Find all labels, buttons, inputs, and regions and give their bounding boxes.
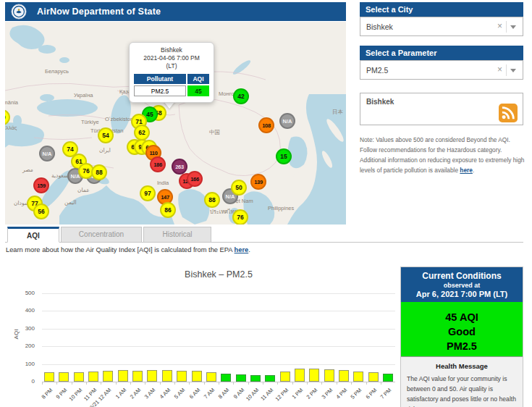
aqi-map-marker[interactable]: 166: [187, 171, 203, 187]
chart-y-tick-label: 200: [7, 343, 35, 349]
map-country-label: Ελλάς: [5, 125, 17, 131]
chart-x-tick: [321, 382, 322, 385]
chart-bar[interactable]: [44, 372, 54, 382]
popup-datetime: 2021-04-06 7:00 PM: [132, 54, 211, 62]
city-select[interactable]: Bishkek ×: [360, 17, 523, 36]
chart-bar[interactable]: [295, 369, 305, 382]
current-aqi-block: 45 AQI Good PM2.5: [401, 302, 523, 357]
chart-x-tick: [337, 382, 337, 385]
aqi-map-marker[interactable]: 86: [160, 202, 176, 218]
chart-bar[interactable]: [353, 372, 363, 382]
chart-bar[interactable]: [368, 372, 379, 382]
chart-bar[interactable]: [59, 372, 69, 382]
observed-at-label: observed at: [401, 282, 523, 289]
chart-y-tick-label: 300: [7, 325, 35, 332]
learn-more-period: .: [248, 246, 250, 253]
chart-bar[interactable]: [309, 369, 319, 382]
popup-pollutant-value: PM2.5: [134, 85, 186, 96]
current-conditions-panel: Current Conditions observed at Apr 6, 20…: [400, 267, 523, 407]
chart-x-tick: [42, 382, 43, 385]
health-message-text: The AQI value for your community is betw…: [401, 370, 523, 407]
chart-x-tick: [174, 382, 175, 385]
chart-x-tick: [248, 382, 249, 385]
current-conditions-title: Current Conditions: [401, 271, 523, 281]
parameter-clear-icon[interactable]: ×: [497, 64, 502, 75]
map-popup: Bishkek 2021-04-06 7:00 PM (LT) Pollutan…: [129, 42, 214, 103]
aqi-map-marker[interactable]: 50: [231, 180, 247, 196]
rss-icon[interactable]: [499, 104, 518, 122]
chart-x-tick: [307, 382, 308, 385]
aqi-map-marker[interactable]: N/A: [279, 113, 295, 129]
chevron-down-icon[interactable]: [510, 69, 516, 72]
map-country-label: Türkiye: [81, 119, 99, 125]
chart-bar[interactable]: [162, 370, 172, 382]
chart-bar[interactable]: [324, 369, 334, 382]
chart-gridline: [42, 311, 395, 311]
map-country-label: Oʻzbekiston: [105, 116, 133, 122]
aqi-map-marker[interactable]: 54: [98, 127, 114, 143]
health-message-block: Health Message The AQI value for your co…: [401, 357, 523, 407]
app-title: AirNow Department of State: [37, 7, 161, 17]
map-country-label: مصر: [22, 167, 33, 173]
aqi-map-marker[interactable]: 88: [204, 192, 220, 208]
divider: [506, 21, 507, 33]
aqi-map-marker[interactable]: 139: [250, 174, 266, 190]
current-conditions-header: Current Conditions observed at Apr 6, 20…: [401, 267, 523, 302]
aqi-map-marker[interactable]: 97: [140, 185, 156, 201]
map-country-label: Україна: [74, 92, 93, 98]
chart-bar[interactable]: [74, 372, 84, 382]
aqi-map-marker[interactable]: 15: [276, 148, 292, 164]
popup-col-pollutant: Pollutant: [134, 74, 186, 84]
aqi-map[interactable]: Bishkek 2021-04-06 7:00 PM (LT) Pollutan…: [5, 22, 346, 225]
aqi-map-marker[interactable]: 56: [33, 204, 49, 219]
chart-bar[interactable]: [339, 370, 349, 382]
aqi-map-marker[interactable]: 76: [232, 209, 248, 225]
chart-bar[interactable]: [206, 372, 216, 382]
app-header: AirNow Department of State: [5, 2, 346, 21]
aqi-map-marker[interactable]: 159: [33, 177, 49, 193]
chart-y-tick-label: 100: [7, 361, 35, 367]
divider: [506, 64, 507, 76]
chevron-down-icon[interactable]: [510, 25, 516, 29]
chart-bar[interactable]: [88, 372, 98, 382]
chart-x-tick: [145, 382, 145, 385]
tab-concentration[interactable]: Concentration: [61, 227, 142, 243]
chart-bar[interactable]: [192, 371, 202, 382]
popup-col-aqi: AQI: [187, 74, 209, 84]
map-country-label: عمان: [77, 187, 90, 193]
learn-more-text: Learn more about how the Air Quality Ind…: [6, 246, 250, 253]
map-country-label: Philippines: [268, 205, 294, 211]
chart-bar[interactable]: [236, 374, 246, 382]
chart-x-tick: [86, 382, 87, 385]
aqi-map-marker[interactable]: 62: [134, 125, 150, 140]
aqi-map-marker[interactable]: 263: [172, 159, 187, 175]
aqi-map-marker[interactable]: N/A: [39, 146, 55, 161]
city-clear-icon[interactable]: ×: [497, 21, 502, 31]
chart-bar[interactable]: [280, 372, 290, 382]
parameter-select[interactable]: PM2.5 ×: [360, 60, 523, 80]
chart-bar[interactable]: [250, 375, 261, 382]
note-here-link[interactable]: here: [460, 167, 473, 174]
map-country-label: 中国: [209, 129, 220, 136]
chart-bar[interactable]: [265, 375, 275, 382]
chart-bar[interactable]: [147, 370, 157, 382]
aqi-map-marker[interactable]: 42: [233, 88, 249, 104]
chart-bar[interactable]: [103, 371, 113, 382]
aqi-map-marker[interactable]: 186: [150, 156, 166, 172]
popup-aqi-value: 45: [187, 85, 209, 96]
chart-bar[interactable]: [221, 374, 231, 382]
chart-bar[interactable]: [177, 371, 187, 382]
popup-table: Pollutant AQI PM2.5 45: [132, 72, 211, 98]
map-country-label: India: [157, 180, 169, 186]
chart-gridline: [42, 364, 395, 365]
aqi-map-marker[interactable]: 88: [91, 164, 107, 180]
note-text: Note: Values above 500 are considered Be…: [360, 136, 524, 174]
chart-bar[interactable]: [132, 371, 143, 382]
tab-aqi[interactable]: AQI: [7, 227, 59, 243]
tab-historical[interactable]: Historical: [143, 227, 211, 243]
aqi-map-marker[interactable]: 108: [258, 117, 274, 133]
chart-x-tick: [101, 382, 101, 385]
learn-more-here-link[interactable]: here: [235, 246, 249, 253]
chart-bar[interactable]: [118, 370, 128, 382]
chart-bar[interactable]: [383, 374, 393, 382]
